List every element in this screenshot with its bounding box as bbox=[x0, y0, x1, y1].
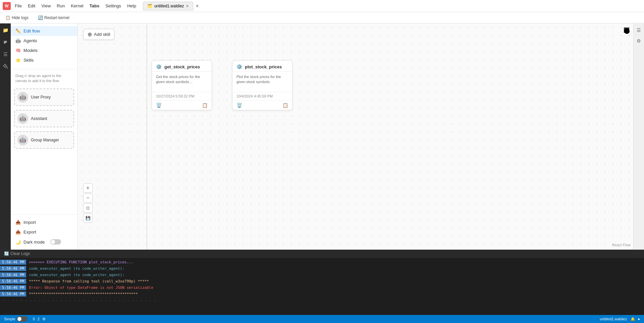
right-panel-icon-1[interactable]: ☰ bbox=[635, 26, 643, 34]
icon-bar: 📁 IP ☰ 🔌 bbox=[0, 23, 11, 250]
clear-logs-icon: 🔄 bbox=[4, 251, 9, 256]
status-circle-icon: ● bbox=[638, 317, 640, 321]
sidebar-divider bbox=[11, 69, 77, 69]
import-label: Import bbox=[23, 220, 36, 225]
save-button[interactable]: 💾 bbox=[83, 213, 93, 223]
skill-card-1-header: ⚙️ plot_stock_prices bbox=[232, 61, 292, 72]
skill-card-0-actions: 🗑️ 📋 bbox=[152, 100, 212, 110]
agent-card-assistant[interactable]: 🤖 Assistant bbox=[14, 110, 74, 127]
assistant-label: Assistant bbox=[31, 116, 47, 121]
simple-switch[interactable] bbox=[17, 316, 28, 322]
hide-logs-button[interactable]: 📋 Hide logs bbox=[3, 14, 31, 21]
zoom-fit-button[interactable]: ⊡ bbox=[83, 203, 93, 213]
skill-card-0-delete-button[interactable]: 🗑️ bbox=[156, 103, 162, 108]
menu-edit[interactable]: Edit bbox=[25, 2, 38, 10]
log-row: 5:58:46 PM******************************… bbox=[0, 291, 644, 297]
sidebar-item-skills[interactable]: ⭐ Skills bbox=[11, 55, 77, 65]
import-button[interactable]: 📥 Import bbox=[11, 217, 77, 227]
log-row: 5:58:46 PMError: Object of type DataFram… bbox=[0, 284, 644, 291]
skill-card-1-actions: 🗑️ 📋 bbox=[232, 100, 292, 110]
export-button[interactable]: 📤 Export bbox=[11, 227, 77, 237]
sidebar-item-agents[interactable]: 🤖 Agents bbox=[11, 36, 77, 46]
log-row: 5:58:46 PM***** Response from calling to… bbox=[0, 278, 644, 284]
clear-logs-button[interactable]: 🔄 Clear Logs bbox=[4, 251, 30, 256]
menu-view[interactable]: View bbox=[39, 2, 53, 10]
zoom-in-button[interactable]: + bbox=[83, 183, 93, 193]
status-left: Simple 0 2 ⚙ bbox=[4, 316, 46, 322]
new-tab-button[interactable]: + bbox=[193, 2, 201, 10]
user-proxy-icon: 🤖 bbox=[17, 92, 28, 103]
right-panel-icon-2[interactable]: ⚙ bbox=[635, 37, 643, 45]
import-icon: 📥 bbox=[15, 220, 21, 225]
agent-card-user-proxy[interactable]: 🤖 User Proxy bbox=[14, 88, 74, 106]
log-time: 5:58:46 PM bbox=[0, 272, 26, 277]
log-message: code_executor_agent (to code_writer_agen… bbox=[26, 266, 127, 271]
restart-kernel-label: Restart kernel bbox=[44, 15, 69, 20]
menu-kernel[interactable]: Kernel bbox=[68, 2, 86, 10]
tab-icon: 🗂️ bbox=[147, 4, 152, 8]
menu-settings[interactable]: Settings bbox=[103, 2, 124, 10]
dark-mode-switch[interactable] bbox=[50, 239, 61, 245]
icon-bar-ip[interactable]: IP bbox=[1, 38, 9, 46]
hide-logs-label: Hide logs bbox=[12, 15, 29, 20]
zoom-out-button[interactable]: − bbox=[83, 193, 93, 203]
sidebar-nav: ✏️ Edit flow 🤖 Agents 🧠 Models ⭐ Skills bbox=[11, 23, 77, 68]
skill-card-1-title: plot_stock_prices bbox=[245, 64, 282, 69]
status-right: untitled1.waldiez 🔔 ● bbox=[600, 317, 640, 321]
tabs-bar: 🗂️ untitled1.waldiez × + bbox=[143, 2, 641, 10]
status-filename: untitled1.waldiez bbox=[600, 317, 627, 321]
drag-hint: Drag n' drop an agent to the canvas to a… bbox=[11, 71, 77, 86]
log-time: 5:58:46 PM bbox=[0, 292, 26, 297]
agents-icon: 🤖 bbox=[15, 38, 21, 43]
edit-flow-icon: ✏️ bbox=[15, 28, 21, 34]
restart-kernel-icon: 🔄 bbox=[38, 15, 43, 20]
canvas[interactable]: ⊕ Add skill ⚙️ get_stock_prices Get the … bbox=[78, 23, 633, 250]
restart-kernel-button[interactable]: 🔄 Restart kernel bbox=[35, 14, 72, 21]
icon-bar-puzzle[interactable]: 🔌 bbox=[1, 62, 9, 70]
active-tab[interactable]: 🗂️ untitled1.waldiez × bbox=[143, 2, 193, 10]
skill-card-0-date: 10/27/2024 5:59:32 PM bbox=[152, 92, 212, 100]
models-icon: 🧠 bbox=[15, 48, 21, 53]
sidebar-item-edit-flow[interactable]: ✏️ Edit flow bbox=[11, 26, 77, 36]
skill-card-1-date: 10/4/2024 4:45:59 PM bbox=[232, 92, 292, 100]
skill-card-0-title: get_stock_prices bbox=[164, 64, 200, 69]
icon-bar-list[interactable]: ☰ bbox=[1, 50, 9, 58]
skill-card-1-gear-icon[interactable]: ⚙️ bbox=[236, 64, 242, 69]
agent-card-group-manager[interactable]: 🤖 Group Manager bbox=[14, 131, 74, 149]
skill-card-1: ⚙️ plot_stock_prices Plot the stock pric… bbox=[232, 60, 292, 110]
simple-toggle[interactable]: Simple bbox=[4, 316, 28, 322]
icon-bar-files[interactable]: 📁 bbox=[1, 26, 9, 34]
log-time: 5:58:46 PM bbox=[0, 285, 26, 290]
skill-card-0-gear-icon[interactable]: ⚙️ bbox=[156, 64, 162, 69]
log-separator: - - - - - - - - - - - - - - - - - - - - … bbox=[0, 298, 159, 303]
simple-label: Simple bbox=[4, 317, 15, 321]
assistant-icon: 🤖 bbox=[17, 113, 28, 124]
edit-flow-label: Edit flow bbox=[23, 28, 40, 34]
tab-title: untitled1.waldiez bbox=[154, 4, 184, 8]
add-skill-button[interactable]: ⊕ Add skill bbox=[83, 29, 114, 40]
skill-card-1-copy-button[interactable]: 📋 bbox=[282, 103, 288, 108]
log-row: 5:58:46 PMcode_executor_agent (to code_w… bbox=[0, 265, 644, 272]
dark-mode-toggle[interactable]: 🌙 Dark mode bbox=[11, 237, 77, 247]
logs-content[interactable]: 5:58:46 PM>>>>>>> EXECUTING FUNCTION plo… bbox=[0, 258, 644, 315]
log-row: - - - - - - - - - - - - - - - - - - - - … bbox=[0, 297, 644, 304]
menu-bar: File Edit View Run Kernel Tabs Settings … bbox=[12, 2, 139, 10]
menu-help[interactable]: Help bbox=[124, 2, 139, 10]
add-skill-label: Add skill bbox=[94, 32, 110, 37]
dark-mode-icon: 🌙 bbox=[15, 240, 21, 245]
log-message: Error: Object of type DataFrame is not J… bbox=[26, 285, 156, 290]
menu-run[interactable]: Run bbox=[54, 2, 67, 10]
sidebar-bottom: 📥 Import 📤 Export 🌙 Dark mode bbox=[11, 214, 77, 250]
user-proxy-label: User Proxy bbox=[31, 95, 51, 100]
skill-card-0-copy-button[interactable]: 📋 bbox=[202, 103, 208, 108]
sidebar: ✏️ Edit flow 🤖 Agents 🧠 Models ⭐ Skills … bbox=[11, 23, 78, 250]
group-manager-icon: 🤖 bbox=[17, 135, 28, 145]
status-gear-button[interactable]: ⚙ bbox=[42, 317, 46, 321]
menu-file[interactable]: File bbox=[12, 2, 24, 10]
sidebar-item-models[interactable]: 🧠 Models bbox=[11, 46, 77, 55]
menu-tabs[interactable]: Tabs bbox=[87, 2, 102, 10]
tab-close-button[interactable]: × bbox=[186, 3, 189, 9]
skill-card-1-delete-button[interactable]: 🗑️ bbox=[236, 103, 242, 108]
hide-logs-icon: 📋 bbox=[5, 15, 10, 20]
status-bell-icon: 🔔 bbox=[631, 317, 635, 321]
